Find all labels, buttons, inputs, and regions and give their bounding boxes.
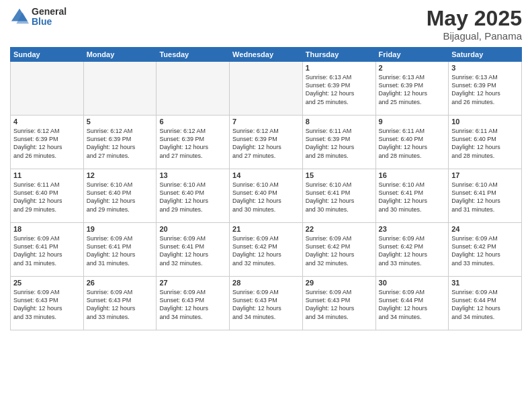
day-cell: 14Sunrise: 6:10 AM Sunset: 6:40 PM Dayli…: [230, 169, 303, 223]
day-info: Sunrise: 6:09 AM Sunset: 6:42 PM Dayligh…: [232, 234, 300, 267]
header-row: Sunday Monday Tuesday Wednesday Thursday…: [11, 48, 522, 62]
day-cell: 18Sunrise: 6:09 AM Sunset: 6:41 PM Dayli…: [11, 223, 84, 277]
day-cell: 23Sunrise: 6:09 AM Sunset: 6:42 PM Dayli…: [375, 223, 449, 277]
day-cell: 26Sunrise: 6:09 AM Sunset: 6:43 PM Dayli…: [83, 277, 157, 330]
day-number: 31: [451, 279, 519, 287]
day-cell: [11, 62, 84, 116]
day-cell: 4Sunrise: 6:12 AM Sunset: 6:39 PM Daylig…: [11, 116, 84, 169]
day-info: Sunrise: 6:13 AM Sunset: 6:39 PM Dayligh…: [451, 73, 519, 106]
day-info: Sunrise: 6:12 AM Sunset: 6:39 PM Dayligh…: [13, 127, 81, 160]
day-cell: 3Sunrise: 6:13 AM Sunset: 6:39 PM Daylig…: [449, 62, 522, 116]
day-number: 26: [87, 279, 154, 287]
col-wednesday: Wednesday: [230, 48, 303, 62]
day-number: 19: [87, 225, 154, 233]
day-cell: 2Sunrise: 6:13 AM Sunset: 6:39 PM Daylig…: [375, 62, 449, 116]
logo-blue-text: Blue: [32, 17, 66, 27]
day-info: Sunrise: 6:09 AM Sunset: 6:44 PM Dayligh…: [379, 288, 446, 321]
week-row-2: 4Sunrise: 6:12 AM Sunset: 6:39 PM Daylig…: [11, 116, 522, 169]
day-number: 20: [159, 225, 226, 233]
week-row-1: 1Sunrise: 6:13 AM Sunset: 6:39 PM Daylig…: [11, 62, 522, 116]
day-number: 2: [379, 64, 446, 72]
day-info: Sunrise: 6:09 AM Sunset: 6:41 PM Dayligh…: [87, 234, 154, 267]
day-info: Sunrise: 6:13 AM Sunset: 6:39 PM Dayligh…: [379, 73, 446, 106]
day-cell: 8Sunrise: 6:11 AM Sunset: 6:39 PM Daylig…: [302, 116, 375, 169]
logo: General Blue: [10, 7, 66, 28]
day-info: Sunrise: 6:12 AM Sunset: 6:39 PM Dayligh…: [232, 127, 300, 160]
day-cell: 15Sunrise: 6:10 AM Sunset: 6:41 PM Dayli…: [302, 169, 375, 223]
day-number: 13: [159, 171, 226, 179]
day-info: Sunrise: 6:10 AM Sunset: 6:41 PM Dayligh…: [306, 181, 373, 214]
day-number: 8: [306, 118, 373, 126]
day-info: Sunrise: 6:10 AM Sunset: 6:40 PM Dayligh…: [159, 181, 226, 214]
logo-icon: [10, 7, 29, 26]
day-number: 17: [451, 171, 519, 179]
day-number: 30: [379, 279, 446, 287]
day-number: 3: [451, 64, 519, 72]
day-info: Sunrise: 6:12 AM Sunset: 6:39 PM Dayligh…: [159, 127, 226, 160]
day-number: 15: [306, 171, 373, 179]
day-info: Sunrise: 6:12 AM Sunset: 6:39 PM Dayligh…: [87, 127, 154, 160]
day-info: Sunrise: 6:09 AM Sunset: 6:41 PM Dayligh…: [159, 234, 226, 267]
day-cell: 9Sunrise: 6:11 AM Sunset: 6:40 PM Daylig…: [375, 116, 449, 169]
calendar-subtitle: Bijagual, Panama: [427, 30, 522, 42]
calendar-table: Sunday Monday Tuesday Wednesday Thursday…: [10, 47, 522, 330]
day-cell: [157, 62, 230, 116]
week-row-5: 25Sunrise: 6:09 AM Sunset: 6:43 PM Dayli…: [11, 277, 522, 330]
day-info: Sunrise: 6:09 AM Sunset: 6:42 PM Dayligh…: [379, 234, 446, 267]
day-number: 7: [232, 118, 300, 126]
day-info: Sunrise: 6:09 AM Sunset: 6:44 PM Dayligh…: [451, 288, 519, 321]
col-saturday: Saturday: [449, 48, 522, 62]
logo-general-text: General: [32, 7, 66, 17]
day-number: 28: [232, 279, 300, 287]
day-cell: 7Sunrise: 6:12 AM Sunset: 6:39 PM Daylig…: [230, 116, 303, 169]
day-number: 27: [159, 279, 226, 287]
day-cell: 24Sunrise: 6:09 AM Sunset: 6:42 PM Dayli…: [449, 223, 522, 277]
day-info: Sunrise: 6:09 AM Sunset: 6:43 PM Dayligh…: [87, 288, 154, 321]
day-info: Sunrise: 6:10 AM Sunset: 6:41 PM Dayligh…: [451, 181, 519, 214]
day-number: 24: [451, 225, 519, 233]
day-cell: 20Sunrise: 6:09 AM Sunset: 6:41 PM Dayli…: [157, 223, 230, 277]
day-info: Sunrise: 6:09 AM Sunset: 6:42 PM Dayligh…: [306, 234, 373, 267]
logo-text: General Blue: [32, 7, 66, 28]
calendar-title: May 2025: [427, 7, 522, 30]
day-info: Sunrise: 6:09 AM Sunset: 6:42 PM Dayligh…: [451, 234, 519, 267]
week-row-3: 11Sunrise: 6:11 AM Sunset: 6:40 PM Dayli…: [11, 169, 522, 223]
day-cell: 19Sunrise: 6:09 AM Sunset: 6:41 PM Dayli…: [83, 223, 157, 277]
day-number: 16: [379, 171, 446, 179]
day-cell: 27Sunrise: 6:09 AM Sunset: 6:43 PM Dayli…: [157, 277, 230, 330]
page: General Blue May 2025 Bijagual, Panama S…: [0, 0, 532, 411]
col-monday: Monday: [83, 48, 157, 62]
day-info: Sunrise: 6:10 AM Sunset: 6:40 PM Dayligh…: [87, 181, 154, 214]
day-cell: 31Sunrise: 6:09 AM Sunset: 6:44 PM Dayli…: [449, 277, 522, 330]
day-number: 1: [306, 64, 373, 72]
title-area: May 2025 Bijagual, Panama: [427, 7, 522, 42]
day-info: Sunrise: 6:09 AM Sunset: 6:43 PM Dayligh…: [232, 288, 300, 321]
day-cell: 22Sunrise: 6:09 AM Sunset: 6:42 PM Dayli…: [302, 223, 375, 277]
day-cell: [230, 62, 303, 116]
day-cell: 13Sunrise: 6:10 AM Sunset: 6:40 PM Dayli…: [157, 169, 230, 223]
day-number: 11: [13, 171, 81, 179]
day-info: Sunrise: 6:11 AM Sunset: 6:40 PM Dayligh…: [379, 127, 446, 160]
day-cell: 11Sunrise: 6:11 AM Sunset: 6:40 PM Dayli…: [11, 169, 84, 223]
day-info: Sunrise: 6:09 AM Sunset: 6:43 PM Dayligh…: [306, 288, 373, 321]
day-info: Sunrise: 6:11 AM Sunset: 6:40 PM Dayligh…: [451, 127, 519, 160]
day-info: Sunrise: 6:09 AM Sunset: 6:43 PM Dayligh…: [13, 288, 81, 321]
day-number: 23: [379, 225, 446, 233]
day-number: 10: [451, 118, 519, 126]
day-cell: 28Sunrise: 6:09 AM Sunset: 6:43 PM Dayli…: [230, 277, 303, 330]
day-cell: 21Sunrise: 6:09 AM Sunset: 6:42 PM Dayli…: [230, 223, 303, 277]
day-info: Sunrise: 6:10 AM Sunset: 6:41 PM Dayligh…: [379, 181, 446, 214]
day-info: Sunrise: 6:13 AM Sunset: 6:39 PM Dayligh…: [306, 73, 373, 106]
day-number: 14: [232, 171, 300, 179]
day-number: 22: [306, 225, 373, 233]
col-sunday: Sunday: [11, 48, 84, 62]
day-info: Sunrise: 6:11 AM Sunset: 6:40 PM Dayligh…: [13, 181, 81, 214]
day-number: 4: [13, 118, 81, 126]
day-cell: 25Sunrise: 6:09 AM Sunset: 6:43 PM Dayli…: [11, 277, 84, 330]
day-cell: 10Sunrise: 6:11 AM Sunset: 6:40 PM Dayli…: [449, 116, 522, 169]
col-friday: Friday: [375, 48, 449, 62]
day-cell: 29Sunrise: 6:09 AM Sunset: 6:43 PM Dayli…: [302, 277, 375, 330]
day-cell: 12Sunrise: 6:10 AM Sunset: 6:40 PM Dayli…: [83, 169, 157, 223]
day-number: 6: [159, 118, 226, 126]
day-cell: 30Sunrise: 6:09 AM Sunset: 6:44 PM Dayli…: [375, 277, 449, 330]
